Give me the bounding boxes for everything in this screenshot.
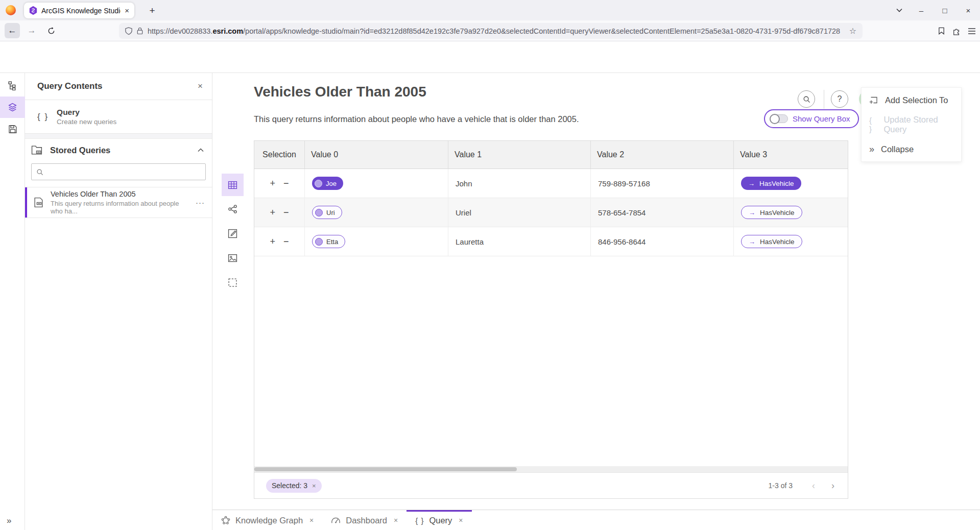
reload-button[interactable] — [43, 23, 59, 38]
tab-knowledge-graph[interactable]: Knowledge Graph × — [212, 510, 322, 530]
braces-icon: { } — [415, 516, 424, 525]
scrollbar-thumb[interactable] — [254, 467, 517, 471]
cell-value: 846-956-8644 — [591, 227, 734, 256]
previous-page-button[interactable]: ‹ — [808, 480, 819, 491]
entity-dot-icon — [315, 209, 323, 216]
add-to-layout-icon — [869, 95, 878, 105]
query-contents-panel: Query Contents × { } Query Create new qu… — [25, 73, 212, 530]
url-bar[interactable]: https://dev0028833.esri.com/portal/apps/… — [119, 23, 863, 39]
add-to-selection-button[interactable]: + — [270, 237, 275, 246]
browser-nav-bar: ← → https://dev0028833.esri.com/portal/a… — [0, 20, 980, 41]
browser-tab[interactable]: ArcGIS Knowledge Studio × — [24, 3, 134, 18]
window-close-button[interactable]: × — [957, 0, 980, 20]
tab-close-icon[interactable]: × — [394, 516, 398, 524]
forward-button[interactable]: → — [24, 23, 39, 38]
data-model-icon[interactable] — [0, 74, 25, 97]
more-options-icon[interactable]: ··· — [196, 198, 205, 207]
view-strip — [222, 174, 244, 294]
list-tabs-icon[interactable] — [889, 0, 910, 20]
url-text[interactable]: https://dev0028833.esri.com/portal/apps/… — [148, 27, 845, 35]
layers-icon[interactable] — [0, 97, 25, 118]
query-item-subtitle: Create new queries — [57, 118, 116, 126]
table-empty-area — [254, 256, 848, 466]
app-header: Certification Project ? PL publisher2 la… — [0, 41, 980, 73]
relationship-pill[interactable]: →HasVehicle — [741, 235, 802, 248]
bookmark-star-icon[interactable]: ☆ — [849, 26, 856, 36]
cell-value: John — [448, 169, 591, 198]
document-icon — [34, 197, 43, 208]
stored-queries-search[interactable] — [31, 163, 206, 180]
link-analysis-icon[interactable] — [222, 197, 244, 221]
table-row: + − Joe John 759-889-57168 →HasVehicle — [254, 169, 848, 198]
table-view-icon[interactable] — [222, 174, 244, 196]
tracking-shield-icon[interactable] — [125, 27, 132, 35]
remove-from-selection-button[interactable]: − — [283, 208, 289, 217]
entity-pill[interactable]: Joe — [312, 177, 343, 190]
menu-item-add-selection-to[interactable]: Add Selection To — [862, 88, 961, 112]
help-button[interactable]: ? — [831, 90, 848, 108]
table-row: + − Etta Lauretta 846-956-8644 →HasVehic… — [254, 227, 848, 256]
column-header: Value 0 — [305, 141, 448, 168]
search-input[interactable] — [47, 168, 201, 176]
query-item-title: Query — [57, 108, 116, 117]
page-title: Vehicles Older Than 2005 — [254, 84, 426, 100]
selection-tool-icon[interactable] — [222, 271, 244, 294]
menu-hamburger-icon[interactable] — [968, 28, 976, 35]
toggle-switch[interactable] — [770, 114, 788, 123]
browser-tab-bar: ArcGIS Knowledge Studio × + – □ × — [0, 0, 980, 20]
knowledge-graph-icon — [221, 516, 230, 525]
back-button[interactable]: ← — [5, 23, 20, 38]
clear-selection-icon[interactable]: × — [312, 482, 316, 490]
stored-queries-header[interactable]: Stored Queries — [25, 139, 212, 161]
stored-query-description: This query returns information about peo… — [51, 200, 188, 215]
selection-context-menu: Add Selection To { } Update Stored Query… — [861, 87, 962, 162]
tab-close-icon[interactable]: × — [309, 516, 314, 524]
remove-from-selection-button[interactable]: − — [283, 237, 289, 246]
entity-pill[interactable]: Etta — [312, 235, 345, 248]
arrow-right-icon: → — [748, 180, 755, 187]
column-header: Value 2 — [591, 141, 734, 168]
search-icon — [803, 95, 810, 103]
expand-rail-icon[interactable]: » — [0, 516, 25, 526]
chart-edit-icon[interactable] — [222, 222, 244, 245]
results-table: Selection Value 0 Value 1 Value 2 Value … — [254, 140, 848, 499]
image-view-icon[interactable] — [222, 246, 244, 270]
double-chevron-right-icon: » — [869, 144, 874, 155]
panel-close-icon[interactable]: × — [198, 81, 203, 91]
tab-close-icon[interactable]: × — [459, 516, 463, 524]
add-to-selection-button[interactable]: + — [270, 208, 275, 217]
save-icon[interactable] — [0, 118, 25, 140]
maximize-button[interactable]: □ — [933, 0, 957, 20]
pocket-icon[interactable] — [938, 27, 945, 35]
search-button[interactable] — [798, 90, 815, 108]
stored-query-title: Vehicles Older Than 2005 — [51, 190, 188, 198]
firefox-icon[interactable] — [6, 5, 16, 15]
add-to-selection-button[interactable]: + — [270, 179, 275, 188]
relationship-pill[interactable]: →HasVehicle — [741, 206, 802, 219]
arrow-right-icon: → — [749, 209, 755, 216]
query-item[interactable]: { } Query Create new queries — [25, 100, 212, 134]
stored-query-item[interactable]: Vehicles Older Than 2005 This query retu… — [25, 187, 212, 218]
tab-dashboard[interactable]: Dashboard × — [322, 510, 407, 530]
relationship-pill[interactable]: →HasVehicle — [741, 177, 801, 190]
menu-item-update-stored-query[interactable]: { } Update Stored Query — [862, 112, 961, 137]
show-query-box-toggle[interactable]: Show Query Box — [764, 109, 859, 128]
page-description: This query returns information about peo… — [254, 114, 579, 124]
panel-title: Query Contents — [37, 81, 198, 91]
braces-icon: { } — [869, 116, 877, 133]
menu-item-collapse[interactable]: » Collapse — [862, 137, 961, 161]
entity-pill[interactable]: Uri — [312, 206, 342, 219]
lock-icon[interactable] — [137, 27, 143, 35]
table-row: + − Uri Uriel 578-654-7854 →HasVehicle — [254, 198, 848, 227]
next-page-button[interactable]: › — [827, 480, 839, 491]
remove-from-selection-button[interactable]: − — [283, 179, 289, 188]
tab-query[interactable]: { } Query × — [407, 510, 471, 530]
extensions-icon[interactable] — [952, 27, 961, 35]
horizontal-scrollbar[interactable] — [254, 466, 848, 472]
browser-window: ArcGIS Knowledge Studio × + – □ × ← → — [0, 0, 980, 530]
arrow-right-icon: → — [749, 238, 755, 246]
new-tab-button[interactable]: + — [145, 3, 160, 18]
tab-close-icon[interactable]: × — [125, 6, 129, 15]
chevron-up-icon[interactable] — [198, 148, 204, 152]
minimize-button[interactable]: – — [910, 0, 933, 20]
